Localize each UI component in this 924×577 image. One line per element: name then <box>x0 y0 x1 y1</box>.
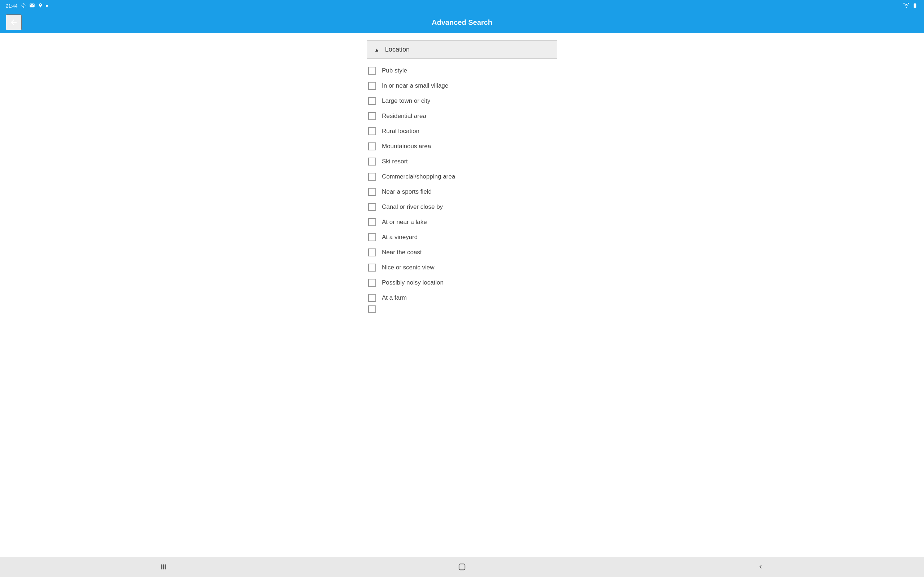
home-button[interactable] <box>449 560 475 574</box>
section-header-label: Location <box>385 46 410 53</box>
page-title: Advanced Search <box>432 18 492 27</box>
checkbox-item-scenic-view[interactable]: Nice or scenic view <box>367 260 557 275</box>
checkbox-item-residential[interactable]: Residential area <box>367 108 557 124</box>
checkbox-large-town[interactable] <box>368 97 376 105</box>
bottom-nav <box>0 557 924 577</box>
checkbox-farm[interactable] <box>368 294 376 302</box>
checkbox-vineyard[interactable] <box>368 233 376 241</box>
label-sports-field: Near a sports field <box>382 188 432 195</box>
checkbox-item-partial <box>367 305 557 313</box>
label-noisy: Possibly noisy location <box>382 279 444 286</box>
label-commercial: Commercial/shopping area <box>382 173 455 180</box>
svg-rect-1 <box>163 564 164 569</box>
checkbox-item-coast[interactable]: Near the coast <box>367 245 557 260</box>
checkbox-ski-resort[interactable] <box>368 158 376 166</box>
checkbox-item-large-town[interactable]: Large town or city <box>367 93 557 108</box>
checkbox-scenic-view[interactable] <box>368 264 376 272</box>
checkbox-item-farm[interactable]: At a farm <box>367 290 557 305</box>
svg-rect-2 <box>165 564 166 569</box>
svg-rect-3 <box>459 564 465 570</box>
svg-rect-0 <box>161 564 162 569</box>
checkbox-item-vineyard[interactable]: At a vineyard <box>367 230 557 245</box>
checkbox-sports-field[interactable] <box>368 188 376 196</box>
checkbox-item-sports-field[interactable]: Near a sports field <box>367 184 557 200</box>
label-rural: Rural location <box>382 128 419 135</box>
label-small-village: In or near a small village <box>382 82 448 89</box>
checkbox-small-village[interactable] <box>368 82 376 90</box>
checkbox-item-small-village[interactable]: In or near a small village <box>367 78 557 93</box>
back-nav-button[interactable] <box>748 561 773 574</box>
back-button[interactable] <box>6 15 22 30</box>
location-checkbox-list: Pub styleIn or near a small villageLarge… <box>367 62 557 314</box>
label-ski-resort: Ski resort <box>382 158 408 165</box>
checkbox-coast[interactable] <box>368 248 376 256</box>
dot-indicator <box>46 5 48 7</box>
checkbox-item-commercial[interactable]: Commercial/shopping area <box>367 169 557 184</box>
section-container: ▲ Location Pub styleIn or near a small v… <box>361 40 563 314</box>
main-content: ▲ Location Pub styleIn or near a small v… <box>0 33 924 557</box>
checkbox-item-canal-river[interactable]: Canal or river close by <box>367 200 557 214</box>
label-coast: Near the coast <box>382 249 422 256</box>
label-scenic-view: Nice or scenic view <box>382 264 435 271</box>
checkbox-item-rural[interactable]: Rural location <box>367 124 557 139</box>
battery-icon <box>912 3 918 10</box>
checkbox-residential[interactable] <box>368 112 376 120</box>
label-canal-river: Canal or river close by <box>382 203 443 211</box>
status-bar: 21:44 <box>0 0 924 11</box>
app-bar: Advanced Search <box>0 11 924 33</box>
label-farm: At a farm <box>382 294 407 301</box>
checkbox-item-lake[interactable]: At or near a lake <box>367 214 557 230</box>
time-display: 21:44 <box>6 3 18 9</box>
checkbox-pub-style[interactable] <box>368 67 376 75</box>
checkbox-commercial[interactable] <box>368 173 376 181</box>
status-left: 21:44 <box>6 3 48 10</box>
checkbox-item-noisy[interactable]: Possibly noisy location <box>367 275 557 290</box>
checkbox-item-pub-style[interactable]: Pub style <box>367 63 557 78</box>
recent-apps-button[interactable] <box>151 561 176 574</box>
collapse-icon: ▲ <box>374 47 380 53</box>
label-large-town: Large town or city <box>382 97 430 105</box>
label-mountainous: Mountainous area <box>382 143 431 150</box>
checkbox-canal-river[interactable] <box>368 203 376 211</box>
mail-icon <box>29 3 35 10</box>
wifi-icon <box>903 3 909 9</box>
label-pub-style: Pub style <box>382 67 407 74</box>
checkbox-item-mountainous[interactable]: Mountainous area <box>367 139 557 154</box>
sync-icon <box>21 3 26 10</box>
label-residential: Residential area <box>382 113 426 120</box>
label-vineyard: At a vineyard <box>382 234 418 241</box>
checkbox-rural[interactable] <box>368 127 376 135</box>
label-lake: At or near a lake <box>382 219 427 226</box>
checkbox-mountainous[interactable] <box>368 142 376 150</box>
checkbox-noisy[interactable] <box>368 279 376 287</box>
checkbox-item-ski-resort[interactable]: Ski resort <box>367 154 557 169</box>
checkbox-lake[interactable] <box>368 218 376 226</box>
location-section-header[interactable]: ▲ Location <box>367 40 557 59</box>
location-icon <box>38 3 43 9</box>
status-right <box>903 3 918 10</box>
